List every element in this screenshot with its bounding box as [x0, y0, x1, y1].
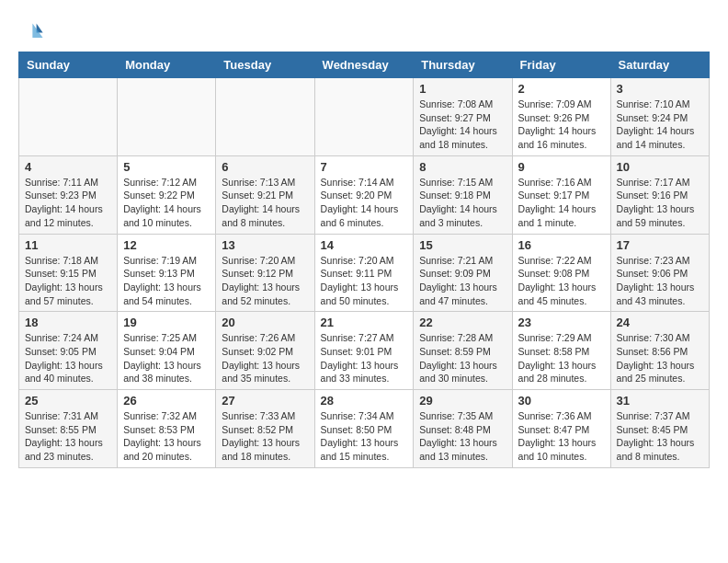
day-number: 28	[321, 394, 408, 408]
calendar-cell: 19Sunrise: 7:25 AM Sunset: 9:04 PM Dayli…	[118, 312, 216, 390]
day-info: Sunrise: 7:24 AM Sunset: 9:05 PM Dayligh…	[25, 331, 111, 385]
day-number: 26	[123, 394, 210, 408]
calendar-cell: 18Sunrise: 7:24 AM Sunset: 9:05 PM Dayli…	[19, 312, 118, 390]
day-number: 2	[518, 82, 605, 96]
calendar-cell: 26Sunrise: 7:32 AM Sunset: 8:53 PM Dayli…	[118, 390, 216, 468]
calendar-cell: 10Sunrise: 7:17 AM Sunset: 9:16 PM Dayli…	[610, 155, 709, 234]
weekday-header: Monday	[118, 52, 216, 78]
day-number: 21	[321, 316, 408, 329]
calendar-cell	[216, 78, 314, 156]
day-number: 5	[123, 160, 210, 174]
day-info: Sunrise: 7:08 AM Sunset: 9:27 PM Dayligh…	[419, 98, 506, 152]
calendar-cell: 16Sunrise: 7:22 AM Sunset: 9:08 PM Dayli…	[512, 234, 610, 312]
calendar-cell: 5Sunrise: 7:12 AM Sunset: 9:22 PM Daylig…	[118, 155, 216, 234]
calendar-cell: 30Sunrise: 7:36 AM Sunset: 8:47 PM Dayli…	[512, 390, 610, 468]
weekday-header: Thursday	[414, 52, 512, 78]
day-info: Sunrise: 7:28 AM Sunset: 8:59 PM Dayligh…	[419, 331, 506, 385]
calendar-cell: 12Sunrise: 7:19 AM Sunset: 9:13 PM Dayli…	[118, 234, 216, 312]
day-number: 30	[518, 394, 605, 408]
calendar-cell	[314, 78, 414, 156]
day-info: Sunrise: 7:19 AM Sunset: 9:13 PM Dayligh…	[123, 254, 210, 308]
page-header	[18, 18, 710, 44]
day-number: 22	[419, 316, 506, 329]
day-number: 31	[617, 394, 703, 408]
weekday-header: Tuesday	[216, 52, 314, 78]
calendar-cell: 27Sunrise: 7:33 AM Sunset: 8:52 PM Dayli…	[216, 390, 314, 468]
day-number: 17	[617, 238, 703, 252]
day-info: Sunrise: 7:17 AM Sunset: 9:16 PM Dayligh…	[617, 176, 703, 230]
calendar-week-row: 1Sunrise: 7:08 AM Sunset: 9:27 PM Daylig…	[19, 78, 710, 156]
calendar-week-row: 4Sunrise: 7:11 AM Sunset: 9:23 PM Daylig…	[19, 155, 710, 234]
day-number: 20	[222, 316, 308, 329]
calendar-cell: 1Sunrise: 7:08 AM Sunset: 9:27 PM Daylig…	[414, 78, 512, 156]
calendar-cell: 29Sunrise: 7:35 AM Sunset: 8:48 PM Dayli…	[414, 390, 512, 468]
calendar-cell: 20Sunrise: 7:26 AM Sunset: 9:02 PM Dayli…	[216, 312, 314, 390]
day-info: Sunrise: 7:32 AM Sunset: 8:53 PM Dayligh…	[123, 409, 210, 464]
calendar-cell: 9Sunrise: 7:16 AM Sunset: 9:17 PM Daylig…	[512, 155, 610, 234]
day-info: Sunrise: 7:14 AM Sunset: 9:20 PM Dayligh…	[321, 176, 408, 230]
day-info: Sunrise: 7:36 AM Sunset: 8:47 PM Dayligh…	[518, 409, 605, 464]
day-number: 1	[419, 82, 506, 96]
calendar-cell: 4Sunrise: 7:11 AM Sunset: 9:23 PM Daylig…	[19, 155, 118, 234]
day-info: Sunrise: 7:27 AM Sunset: 9:01 PM Dayligh…	[321, 331, 408, 385]
calendar-cell: 28Sunrise: 7:34 AM Sunset: 8:50 PM Dayli…	[314, 390, 414, 468]
calendar-week-row: 25Sunrise: 7:31 AM Sunset: 8:55 PM Dayli…	[19, 390, 710, 468]
calendar-cell: 23Sunrise: 7:29 AM Sunset: 8:58 PM Dayli…	[512, 312, 610, 390]
day-number: 14	[321, 238, 408, 252]
calendar-cell: 24Sunrise: 7:30 AM Sunset: 8:56 PM Dayli…	[610, 312, 709, 390]
weekday-header: Wednesday	[314, 52, 414, 78]
calendar-cell: 11Sunrise: 7:18 AM Sunset: 9:15 PM Dayli…	[19, 234, 118, 312]
day-number: 29	[419, 394, 506, 408]
day-info: Sunrise: 7:33 AM Sunset: 8:52 PM Dayligh…	[222, 409, 308, 464]
calendar-cell: 31Sunrise: 7:37 AM Sunset: 8:45 PM Dayli…	[610, 390, 709, 468]
day-number: 27	[222, 394, 308, 408]
day-number: 12	[123, 238, 210, 252]
day-info: Sunrise: 7:16 AM Sunset: 9:17 PM Dayligh…	[518, 176, 605, 230]
day-number: 4	[25, 160, 111, 174]
calendar-cell	[118, 78, 216, 156]
calendar-cell: 14Sunrise: 7:20 AM Sunset: 9:11 PM Dayli…	[314, 234, 414, 312]
weekday-header: Friday	[512, 52, 610, 78]
day-number: 19	[123, 316, 210, 329]
day-info: Sunrise: 7:22 AM Sunset: 9:08 PM Dayligh…	[518, 254, 605, 308]
day-info: Sunrise: 7:09 AM Sunset: 9:26 PM Dayligh…	[518, 98, 605, 152]
day-info: Sunrise: 7:20 AM Sunset: 9:11 PM Dayligh…	[321, 254, 408, 308]
day-info: Sunrise: 7:12 AM Sunset: 9:22 PM Dayligh…	[123, 176, 210, 230]
calendar-cell: 2Sunrise: 7:09 AM Sunset: 9:26 PM Daylig…	[512, 78, 610, 156]
calendar-cell: 15Sunrise: 7:21 AM Sunset: 9:09 PM Dayli…	[414, 234, 512, 312]
day-number: 8	[419, 160, 506, 174]
calendar-cell: 6Sunrise: 7:13 AM Sunset: 9:21 PM Daylig…	[216, 155, 314, 234]
day-number: 13	[222, 238, 308, 252]
weekday-header: Saturday	[610, 52, 709, 78]
day-info: Sunrise: 7:21 AM Sunset: 9:09 PM Dayligh…	[419, 254, 506, 308]
calendar-cell: 17Sunrise: 7:23 AM Sunset: 9:06 PM Dayli…	[610, 234, 709, 312]
day-info: Sunrise: 7:11 AM Sunset: 9:23 PM Dayligh…	[25, 176, 111, 230]
day-number: 23	[518, 316, 605, 329]
day-info: Sunrise: 7:20 AM Sunset: 9:12 PM Dayligh…	[222, 254, 308, 308]
calendar-cell	[19, 78, 118, 156]
day-number: 6	[222, 160, 308, 174]
calendar-header-row: SundayMondayTuesdayWednesdayThursdayFrid…	[19, 52, 710, 78]
logo	[18, 18, 48, 44]
day-number: 9	[518, 160, 605, 174]
day-number: 11	[25, 238, 111, 252]
logo-icon	[18, 18, 44, 44]
calendar-week-row: 18Sunrise: 7:24 AM Sunset: 9:05 PM Dayli…	[19, 312, 710, 390]
day-number: 18	[25, 316, 111, 329]
day-info: Sunrise: 7:35 AM Sunset: 8:48 PM Dayligh…	[419, 409, 506, 464]
day-info: Sunrise: 7:31 AM Sunset: 8:55 PM Dayligh…	[25, 409, 111, 464]
day-info: Sunrise: 7:25 AM Sunset: 9:04 PM Dayligh…	[123, 331, 210, 385]
calendar-cell: 7Sunrise: 7:14 AM Sunset: 9:20 PM Daylig…	[314, 155, 414, 234]
calendar-cell: 25Sunrise: 7:31 AM Sunset: 8:55 PM Dayli…	[19, 390, 118, 468]
day-info: Sunrise: 7:10 AM Sunset: 9:24 PM Dayligh…	[617, 98, 703, 152]
day-number: 3	[617, 82, 703, 96]
calendar-cell: 13Sunrise: 7:20 AM Sunset: 9:12 PM Dayli…	[216, 234, 314, 312]
day-number: 24	[617, 316, 703, 329]
day-number: 16	[518, 238, 605, 252]
calendar-table: SundayMondayTuesdayWednesdayThursdayFrid…	[18, 52, 710, 468]
calendar-cell: 3Sunrise: 7:10 AM Sunset: 9:24 PM Daylig…	[610, 78, 709, 156]
day-number: 10	[617, 160, 703, 174]
calendar-week-row: 11Sunrise: 7:18 AM Sunset: 9:15 PM Dayli…	[19, 234, 710, 312]
calendar-cell: 21Sunrise: 7:27 AM Sunset: 9:01 PM Dayli…	[314, 312, 414, 390]
day-number: 25	[25, 394, 111, 408]
